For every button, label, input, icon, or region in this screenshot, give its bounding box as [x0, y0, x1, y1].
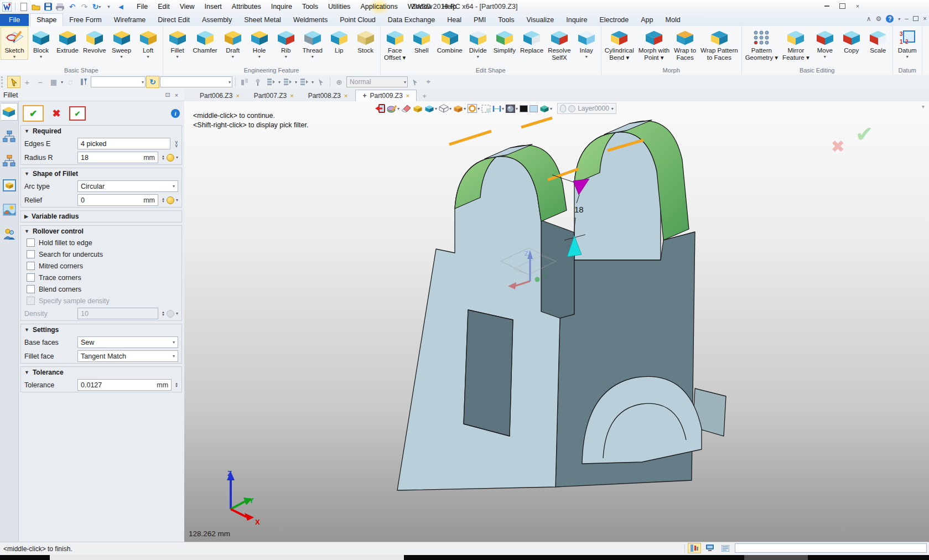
- cursor-icon[interactable]: [315, 76, 327, 87]
- chamfer-button[interactable]: Chamfer: [191, 27, 220, 59]
- exit-icon[interactable]: [375, 103, 385, 113]
- align-view-icon[interactable]: ▾: [492, 103, 504, 113]
- tab-file[interactable]: File: [0, 14, 29, 26]
- spinner-control[interactable]: ▲▼: [162, 155, 165, 160]
- tab-data-exchange[interactable]: Data Exchange: [382, 14, 441, 26]
- divide-button[interactable]: Divide▾: [465, 27, 491, 59]
- select-arrow-icon[interactable]: [8, 76, 20, 87]
- tab-electrode[interactable]: Electrode: [593, 14, 635, 26]
- tab-assembly[interactable]: Assembly: [196, 14, 238, 26]
- scale-button[interactable]: Scale: [865, 27, 891, 59]
- hole-caret-icon[interactable]: ▾: [258, 54, 261, 59]
- zoom-window-icon[interactable]: [481, 103, 491, 113]
- section-header-required[interactable]: ▼Required: [21, 126, 181, 137]
- restore-button[interactable]: [836, 2, 848, 11]
- draft-caret-icon[interactable]: ▾: [232, 54, 234, 59]
- section-header-shape-of-fillet[interactable]: ▼Shape of Fillet: [21, 168, 181, 179]
- minus-icon[interactable]: −: [34, 76, 46, 87]
- spinner-control[interactable]: ▲▼: [162, 198, 165, 203]
- dropdown-caret-icon[interactable]: ▾: [173, 184, 175, 189]
- doc-minimize-icon[interactable]: –: [905, 15, 909, 23]
- move-caret-icon[interactable]: ▾: [824, 54, 826, 59]
- checkbox[interactable]: [27, 250, 35, 258]
- arc-type-input[interactable]: Circular▾: [77, 180, 178, 192]
- grid-icon[interactable]: ▦: [48, 76, 60, 87]
- panel-switch-role-icon[interactable]: [1, 226, 17, 242]
- thread-button[interactable]: Thread▾: [299, 27, 326, 59]
- columns-icon[interactable]: [238, 76, 251, 87]
- draft-button[interactable]: Draft▾: [220, 27, 246, 59]
- simplify-button[interactable]: Simplify: [491, 27, 518, 59]
- hole-button[interactable]: Hole▾: [246, 27, 273, 59]
- rib-button[interactable]: Rib▾: [273, 27, 299, 59]
- section-header-settings[interactable]: ▼Settings: [21, 324, 181, 335]
- sweep-caret-icon[interactable]: ▾: [121, 54, 123, 59]
- bulb-caret-icon[interactable]: ▾: [176, 155, 178, 160]
- dropdown-caret-icon[interactable]: ▾: [173, 354, 175, 359]
- render-layers-icon[interactable]: ▾: [387, 103, 399, 113]
- density-input[interactable]: 10: [77, 308, 158, 319]
- regen-box-icon[interactable]: [413, 103, 423, 113]
- wireframe-mode-icon[interactable]: ▾: [439, 103, 451, 113]
- doc-tab-part008-z3[interactable]: Part008.Z3×: [302, 90, 355, 101]
- tab-point-cloud[interactable]: Point Cloud: [334, 14, 382, 26]
- tab-heal[interactable]: Heal: [441, 14, 468, 26]
- open-icon[interactable]: [30, 2, 41, 12]
- datum-caret-icon[interactable]: ▾: [906, 54, 909, 59]
- block-button[interactable]: Block▾: [28, 27, 54, 59]
- ghost-confirm-icon[interactable]: ✔: [855, 121, 874, 147]
- globe-icon[interactable]: ⊕: [333, 76, 345, 87]
- facet-mode-icon[interactable]: ▾: [453, 103, 466, 113]
- checkbox[interactable]: [27, 262, 35, 270]
- regen-icon[interactable]: ↻: [147, 76, 159, 87]
- loft-caret-icon[interactable]: ▾: [147, 54, 149, 59]
- revolve-button[interactable]: Revolve: [81, 27, 108, 59]
- relief-input[interactable]: 0mm: [77, 194, 158, 206]
- eraser-icon[interactable]: [401, 103, 411, 113]
- fillet-button[interactable]: Fillet▾: [164, 27, 191, 59]
- plus-icon[interactable]: +: [21, 76, 33, 87]
- menu-utilities[interactable]: Utilities: [323, 1, 355, 12]
- tab-tools[interactable]: Tools: [492, 14, 520, 26]
- apply-button[interactable]: ✔: [69, 106, 86, 121]
- shell-button[interactable]: Shell: [408, 27, 435, 59]
- section-header-variable-radius[interactable]: ▶Variable radius: [21, 211, 181, 222]
- layer-combo[interactable]: Layer0000▾: [557, 103, 616, 114]
- doc-tab-close-icon[interactable]: ×: [406, 92, 409, 99]
- menu-edit[interactable]: Edit: [153, 1, 175, 12]
- tab-inquire[interactable]: Inquire: [560, 14, 593, 26]
- tab-pmi[interactable]: PMI: [468, 14, 492, 26]
- menu-help[interactable]: Help: [437, 1, 461, 12]
- cylindrical-bend-button[interactable]: CylindricalBend ▾: [603, 27, 636, 66]
- stack-icon[interactable]: [298, 76, 310, 87]
- inlay-button[interactable]: Inlay▾: [573, 27, 600, 59]
- spinner-control[interactable]: ▲▼: [162, 311, 165, 317]
- doc-close-icon[interactable]: ×: [923, 15, 927, 23]
- menu-attributes[interactable]: Attributes: [227, 1, 266, 12]
- menu-applications[interactable]: Applications: [355, 1, 402, 12]
- doc-tab-part009-z3[interactable]: +Part009.Z3×: [355, 90, 417, 101]
- base-faces-input[interactable]: Sew▾: [77, 336, 178, 348]
- tab-sheet-metal[interactable]: Sheet Metal: [238, 14, 287, 26]
- edges-e-input[interactable]: 4 picked: [77, 138, 170, 149]
- resolve-selfx-button[interactable]: ResolveSelfX: [546, 27, 573, 66]
- regenerate-icon[interactable]: ↻▾: [91, 2, 102, 12]
- stack-icon[interactable]: [265, 76, 277, 87]
- background-swatch[interactable]: [530, 103, 538, 113]
- menu-view[interactable]: View: [175, 1, 200, 12]
- panel-switch-manager-icon[interactable]: [1, 128, 17, 145]
- radius-r-input[interactable]: 18mm: [77, 152, 158, 163]
- section-header-rollover-control[interactable]: ▼Rollover control: [21, 226, 181, 237]
- fillet-caret-icon[interactable]: ▾: [177, 54, 179, 59]
- tolerance-input[interactable]: 0.0127mm: [77, 379, 172, 391]
- cancel-button[interactable]: ✖: [48, 106, 65, 121]
- panel-switch-visualize-icon[interactable]: [1, 177, 17, 194]
- tab-visualize[interactable]: Visualize: [520, 14, 560, 26]
- appearance-icon[interactable]: ▾: [506, 103, 518, 113]
- toolbar-collapse-chevron[interactable]: ▾: [922, 103, 925, 110]
- tab-free-form[interactable]: Free Form: [63, 14, 107, 26]
- new-tab-button[interactable]: +: [418, 91, 431, 101]
- undo-icon[interactable]: ↶: [67, 2, 77, 12]
- menu-insert[interactable]: Insert: [200, 1, 227, 12]
- sketch-button[interactable]: Sketch▾: [1, 27, 28, 59]
